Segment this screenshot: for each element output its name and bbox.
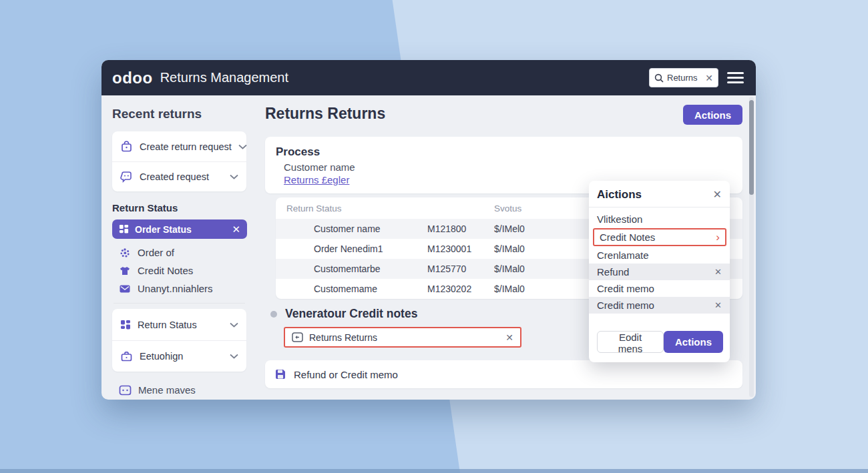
card-icon xyxy=(119,385,132,396)
background-bottom-edge xyxy=(0,469,868,473)
popup-item-label: Vlitkestion xyxy=(597,213,722,225)
scrollbar-thumb[interactable] xyxy=(749,100,754,195)
sidebar-heading: Recent returns xyxy=(112,107,246,121)
chevron-down-icon xyxy=(230,174,238,179)
chevron-down-icon xyxy=(230,354,238,359)
app-window: odoo Returns Management Returns ✕ Recent… xyxy=(101,60,756,400)
collapsible-cards: Return Status Eetuohign xyxy=(112,309,246,372)
app-title: Returns Management xyxy=(160,70,288,85)
sidebar-item-unanyt-nniahlers[interactable]: Unanyt.nniahlers xyxy=(112,280,246,298)
shirt-icon xyxy=(119,265,131,277)
sidebar-item-label: Order of xyxy=(138,247,174,258)
column-header: Return Status xyxy=(276,203,427,213)
search-icon xyxy=(654,73,664,83)
sidebar-item-label: Mene maves xyxy=(138,384,196,396)
search-value: Returns xyxy=(667,73,702,83)
cell-amount: $/IMal0 xyxy=(475,264,525,274)
chevron-right-icon: › xyxy=(716,231,720,244)
top-navbar: odoo Returns Management Returns ✕ xyxy=(101,60,756,95)
sidebar-item-created-request[interactable]: Created request xyxy=(112,161,246,191)
search-box[interactable]: Returns ✕ xyxy=(649,68,718,87)
sidebar: Recent returns Create return request Cre… xyxy=(101,95,256,400)
popup-item-credit-memo-2[interactable]: Credit memo ✕ xyxy=(589,297,730,314)
popup-item-label: Credit memo xyxy=(597,283,722,294)
cell-name: Customemtarbe xyxy=(276,264,427,274)
chevron-down-icon xyxy=(230,322,238,328)
sidebar-item-order-of[interactable]: Order of xyxy=(112,244,246,262)
input-tag-icon xyxy=(292,332,303,342)
remove-icon[interactable]: ✕ xyxy=(714,268,722,276)
request-cards: Create return request Created request xyxy=(112,131,246,191)
process-subtitle: Customer name xyxy=(284,161,732,173)
returns-input-value: Returns Returns xyxy=(309,332,499,343)
menu-icon[interactable] xyxy=(727,72,744,83)
popup-actions-button[interactable]: Actions xyxy=(664,331,723,353)
popup-item-label: Crenlamate xyxy=(597,250,722,261)
dots-icon xyxy=(119,247,131,259)
input-clear-icon[interactable]: ✕ xyxy=(505,333,513,342)
sidebar-item-credit-nemes[interactable]: Credit Nemes xyxy=(112,399,246,400)
credit-notes-heading-label: Veneratour Credit notes xyxy=(285,307,417,321)
popup-close-icon[interactable]: ✕ xyxy=(713,189,722,200)
actions-button[interactable]: Actions xyxy=(683,105,742,125)
page-title: Returns Returns xyxy=(265,105,385,123)
edit-menu-button[interactable]: Eodit mens xyxy=(597,331,664,353)
popup-item-label: Refund xyxy=(597,266,714,278)
deselect-icon[interactable]: ✕ xyxy=(232,224,240,234)
sidebar-item-label: Return Status xyxy=(138,320,223,330)
column-header: Svotus xyxy=(475,203,521,213)
briefcase-icon xyxy=(120,350,133,363)
mail-icon xyxy=(119,283,131,295)
popup-item-credit-notes[interactable]: Credit Notes › xyxy=(593,228,726,246)
odoo-logo: odoo xyxy=(112,69,153,87)
search-clear-icon[interactable]: ✕ xyxy=(705,73,713,83)
sidebar-item-create-return-request[interactable]: Create return request xyxy=(112,131,246,161)
save-icon xyxy=(274,368,286,380)
bullet-icon xyxy=(270,311,277,318)
grid-icon xyxy=(119,224,129,234)
cell-code: M1230202 xyxy=(427,284,475,294)
cell-name: Customemame xyxy=(276,284,427,294)
sidebar-divider xyxy=(114,303,245,304)
chevron-down-icon xyxy=(238,144,247,149)
sidebar-item-credit-notes[interactable]: Credit Notes xyxy=(112,262,246,280)
sidebar-item-mene-maves[interactable]: Mene maves xyxy=(112,381,246,399)
chat-icon xyxy=(120,171,133,183)
cell-name: Order Nenedim1 xyxy=(276,244,427,254)
cell-amount: $/IMal0 xyxy=(475,244,525,254)
sidebar-item-label: Credit Notes xyxy=(138,265,193,276)
bag-icon xyxy=(120,140,133,153)
process-title: Process xyxy=(276,145,732,159)
sidebar-item-order-status-selected[interactable]: Order Status ✕ xyxy=(112,219,247,239)
grid-icon xyxy=(120,320,131,330)
sidebar-item-label: Create return request xyxy=(140,141,232,152)
popup-item-label: Credit memo xyxy=(597,300,714,311)
popup-item-refund[interactable]: Refund ✕ xyxy=(589,264,730,280)
cell-amount: $/IMal0 xyxy=(475,284,525,294)
cell-name: Customer name xyxy=(276,223,427,234)
scrollbar-track[interactable] xyxy=(749,97,754,397)
actions-popup: Aictions ✕ Vlitkestion Credit Notes › Cr… xyxy=(589,181,730,362)
sidebar-section-label: Return Status xyxy=(112,202,246,213)
sidebar-item-return-status[interactable]: Return Status xyxy=(112,309,246,340)
cell-amount: $/IMel0 xyxy=(475,223,525,234)
popup-item-crenlamate[interactable]: Crenlamate xyxy=(589,247,730,264)
popup-title: Aictions xyxy=(597,188,713,201)
popup-item-vlitkestion[interactable]: Vlitkestion xyxy=(589,211,730,227)
sidebar-item-label: Order Status xyxy=(135,224,226,235)
refund-row[interactable]: Refund or Credit memo xyxy=(265,360,742,388)
sidebar-item-eetuohign[interactable]: Eetuohign xyxy=(112,340,246,372)
process-link[interactable]: Returns £egler xyxy=(284,174,349,185)
remove-icon[interactable]: ✕ xyxy=(714,301,722,310)
cell-code: M125770 xyxy=(427,264,475,274)
sidebar-item-label: Created request xyxy=(140,171,223,182)
sidebar-item-label: Unanyt.nniahlers xyxy=(138,283,213,294)
cell-code: M1230001 xyxy=(427,244,475,254)
refund-row-label: Refund or Credit memo xyxy=(294,369,398,380)
cell-code: M121800 xyxy=(427,223,475,234)
popup-item-credit-memo[interactable]: Credit memo xyxy=(589,280,730,297)
popup-item-label: Credit Notes xyxy=(600,231,716,243)
returns-input[interactable]: Returns Returns ✕ xyxy=(284,327,521,348)
sidebar-item-label: Eetuohign xyxy=(140,351,223,362)
